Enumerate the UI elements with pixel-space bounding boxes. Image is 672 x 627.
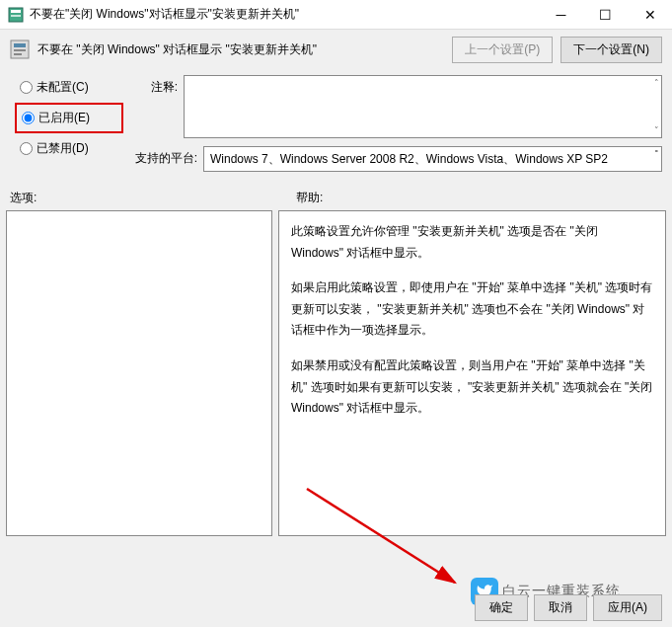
maximize-button[interactable]: ☐ xyxy=(583,0,628,29)
svg-rect-2 xyxy=(11,15,21,17)
help-label: 帮助: xyxy=(296,190,323,206)
title-bar: 不要在"关闭 Windows"对话框显示"安装更新并关机" ─ ☐ ✕ xyxy=(0,0,672,30)
window-title: 不要在"关闭 Windows"对话框显示"安装更新并关机" xyxy=(30,6,539,23)
help-panel: 此策略设置允许你管理 "安装更新并关机" 选项是否在 "关闭 Windows" … xyxy=(278,210,666,536)
header-title: 不要在 "关闭 Windows" 对话框显示 "安装更新并关机" xyxy=(37,41,444,58)
radio-enabled[interactable]: 已启用(E) xyxy=(20,108,118,128)
platform-label: 支持的平台: xyxy=(126,146,197,172)
next-setting-button[interactable]: 下一个设置(N) xyxy=(560,37,662,63)
comment-label: 注释: xyxy=(126,75,178,138)
window-icon xyxy=(8,7,24,23)
scroll-down-icon: ˅ xyxy=(654,125,659,135)
comment-textarea[interactable]: ˄ ˅ xyxy=(184,75,662,138)
minimize-button[interactable]: ─ xyxy=(539,0,583,29)
svg-rect-4 xyxy=(14,43,26,47)
config-radio-group: 未配置(C) 已启用(E) 已禁用(D) xyxy=(10,77,118,157)
svg-rect-1 xyxy=(11,10,21,13)
ok-button[interactable]: 确定 xyxy=(475,594,528,621)
scroll-up-icon: ˄ xyxy=(654,78,659,88)
header-bar: 不要在 "关闭 Windows" 对话框显示 "安装更新并关机" 上一个设置(P… xyxy=(0,30,672,69)
prev-setting-button[interactable]: 上一个设置(P) xyxy=(452,37,553,63)
svg-rect-5 xyxy=(14,49,26,51)
help-text: 如果禁用或没有配置此策略设置，则当用户在 "开始" 菜单中选择 "关机" 选项时… xyxy=(291,355,653,420)
options-panel xyxy=(6,210,272,536)
apply-button[interactable]: 应用(A) xyxy=(593,594,662,621)
help-text: 此策略设置允许你管理 "安装更新并关机" 选项是否在 "关闭 Windows" … xyxy=(291,221,653,264)
radio-not-configured[interactable]: 未配置(C) xyxy=(20,79,118,96)
cancel-button[interactable]: 取消 xyxy=(534,594,587,621)
close-button[interactable]: ✕ xyxy=(628,0,672,29)
scroll-down-icon: ˅ xyxy=(654,149,659,169)
policy-icon xyxy=(10,39,30,59)
platform-text: Windows 7、Windows Server 2008 R2、Windows… xyxy=(203,146,662,172)
svg-rect-6 xyxy=(14,53,22,55)
help-text: 如果启用此策略设置，即使用户在 "开始" 菜单中选择 "关机" 选项时有更新可以… xyxy=(291,277,653,342)
radio-disabled[interactable]: 已禁用(D) xyxy=(20,140,118,157)
options-label: 选项: xyxy=(10,190,296,206)
